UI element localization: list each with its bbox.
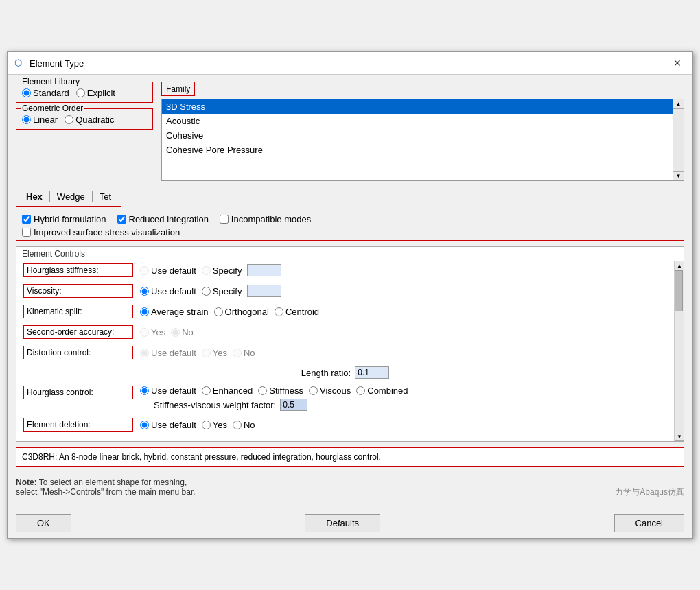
note-watermark-section: Note: To select an element shape for mes… — [16, 473, 684, 501]
note-line2: select "Mesh->Controls" from the main me… — [16, 487, 196, 497]
length-ratio-input[interactable] — [355, 366, 389, 379]
controls-scroll-up[interactable]: ▲ — [675, 261, 684, 270]
dc-yes[interactable]: Yes — [202, 348, 227, 358]
improved-surface-checkbox[interactable]: Improved surface stress visualization — [22, 227, 180, 237]
length-ratio-row: Length ratio: — [23, 366, 667, 379]
top-section: Element Library Standard Explicit — [16, 82, 684, 181]
hybrid-formulation-label: Hybrid formulation — [34, 214, 106, 224]
element-controls-title: Element Controls — [16, 247, 684, 261]
dialog-body: Element Library Standard Explicit — [8, 75, 692, 508]
length-ratio-label: Length ratio: — [301, 368, 351, 378]
stiffness-viscous-row: Stiffness-viscous weight factor: — [140, 399, 408, 411]
family-label: Family — [166, 84, 190, 94]
tab-wedge[interactable]: Wedge — [50, 189, 92, 204]
dc-use-default[interactable]: Use default — [140, 348, 196, 358]
quadratic-radio[interactable]: Quadratic — [65, 115, 114, 125]
ks-centroid[interactable]: Centroid — [275, 307, 319, 317]
title-bar-left: ⬡ Element Type — [14, 58, 84, 69]
explicit-radio[interactable]: Explicit — [76, 88, 115, 98]
defaults-button[interactable]: Defaults — [305, 514, 380, 532]
family-label-box: Family — [161, 82, 195, 96]
reduced-integration-label: Reduced integration — [129, 214, 209, 224]
incompatible-modes-checkbox[interactable]: Incompatible modes — [220, 214, 311, 224]
controls-scrollbar[interactable]: ▲ ▼ — [674, 261, 684, 441]
vis-specify[interactable]: Specify — [202, 286, 242, 296]
viscosity-options: Use default Specify — [140, 285, 281, 297]
hourglass-control-row: Hourglass control: Use default — [23, 386, 667, 411]
standard-radio[interactable]: Standard — [22, 88, 69, 98]
dialog-title: Element Type — [30, 58, 84, 69]
second-order-options: Yes No — [140, 327, 194, 338]
family-item-cohesive[interactable]: Cohesive — [162, 128, 684, 143]
hourglass-control-options-wrapper: Use default Enhanced Stiffness — [140, 386, 408, 411]
checkbox-row-1: Hybrid formulation Reduced integration I… — [22, 214, 678, 224]
watermark: 力学与Abaqus仿真 — [615, 486, 684, 498]
element-deletion-options: Use default Yes No — [140, 420, 255, 430]
hourglass-stiffness-row: Hourglass stiffness: Use default Specify — [23, 263, 667, 277]
dc-no[interactable]: No — [233, 348, 255, 358]
hs-use-default[interactable]: Use default — [140, 266, 196, 276]
so-yes[interactable]: Yes — [140, 327, 165, 338]
incompatible-modes-label: Incompatible modes — [231, 214, 311, 224]
left-panel: Element Library Standard Explicit — [16, 82, 153, 181]
tab-tet[interactable]: Tet — [93, 189, 118, 204]
tab-hex[interactable]: Hex — [19, 189, 49, 204]
element-library-group: Element Library Standard Explicit — [16, 82, 153, 103]
hybrid-formulation-checkbox[interactable]: Hybrid formulation — [22, 214, 106, 224]
hc-viscous[interactable]: Viscous — [309, 386, 351, 396]
linear-radio[interactable]: Linear — [22, 115, 58, 125]
title-bar: ⬡ Element Type ✕ — [8, 52, 692, 75]
family-item-acoustic[interactable]: Acoustic — [162, 114, 684, 128]
vis-value-input[interactable] — [247, 285, 281, 297]
cancel-button[interactable]: Cancel — [614, 514, 684, 532]
second-order-row: Second-order accuracy: Yes No — [23, 325, 667, 339]
tabs-box: Hex Wedge Tet — [16, 187, 121, 206]
viscosity-label: Viscosity: — [23, 284, 133, 298]
so-no[interactable]: No — [171, 327, 194, 338]
ed-no[interactable]: No — [233, 420, 255, 430]
note-line1: To select an element shape for meshing, — [39, 477, 187, 487]
geometric-order-group: Geometric Order Linear Quadratic — [16, 108, 153, 130]
scrollbar-up-arrow[interactable]: ▲ — [673, 99, 684, 109]
second-order-label: Second-order accuracy: — [23, 325, 133, 339]
hs-specify[interactable]: Specify — [202, 266, 242, 276]
stiffness-viscous-input[interactable] — [280, 399, 307, 411]
family-listbox[interactable]: 3D Stress Acoustic Cohesive Cohesive Por… — [161, 99, 684, 181]
ks-average[interactable]: Average strain — [140, 307, 209, 317]
hc-enhanced[interactable]: Enhanced — [202, 386, 253, 396]
ok-button[interactable]: OK — [16, 514, 71, 532]
element-type-dialog: ⬡ Element Type ✕ Element Library Standar… — [7, 51, 693, 539]
vis-use-default[interactable]: Use default — [140, 286, 196, 296]
family-listbox-container: 3D Stress Acoustic Cohesive Cohesive Por… — [161, 99, 684, 181]
viscosity-row: Viscosity: Use default Specify — [23, 284, 667, 298]
hs-value-input[interactable] — [247, 264, 281, 276]
element-library-options: Standard Explicit — [22, 85, 147, 98]
element-library-label: Element Library — [21, 77, 81, 86]
ks-orthogonal[interactable]: Orthogonal — [214, 307, 269, 317]
hourglass-stiffness-label: Hourglass stiffness: — [23, 263, 133, 277]
hc-stiffness[interactable]: Stiffness — [258, 386, 303, 396]
description-box: C3D8RH: An 8-node linear brick, hybrid, … — [16, 447, 684, 467]
family-scrollbar[interactable]: ▲ ▼ — [673, 99, 684, 180]
reduced-integration-checkbox[interactable]: Reduced integration — [117, 214, 209, 224]
hourglass-control-options: Use default Enhanced Stiffness — [140, 386, 408, 396]
ed-yes[interactable]: Yes — [202, 420, 227, 430]
description-text: C3D8RH: An 8-node linear brick, hybrid, … — [22, 452, 381, 462]
close-button[interactable]: ✕ — [669, 56, 686, 70]
improved-surface-label: Improved surface stress visualization — [34, 227, 180, 237]
distortion-control-label: Distortion control: — [23, 346, 133, 359]
controls-scroll-thumb[interactable] — [675, 270, 683, 311]
hc-combined[interactable]: Combined — [356, 386, 408, 396]
ed-use-default[interactable]: Use default — [140, 420, 196, 430]
hourglass-stiffness-options: Use default Specify — [140, 264, 281, 276]
element-deletion-row: Element deletion: Use default Yes — [23, 418, 667, 432]
family-item-3dstress[interactable]: 3D Stress — [162, 99, 684, 114]
geometric-order-options: Linear Quadratic — [22, 112, 147, 125]
controls-scroll-down[interactable]: ▼ — [675, 432, 684, 441]
family-item-cohesive-pore[interactable]: Cohesive Pore Pressure — [162, 143, 684, 157]
stiffness-viscous-label: Stiffness-viscous weight factor: — [154, 400, 276, 410]
scrollbar-down-arrow[interactable]: ▼ — [673, 171, 684, 180]
element-controls-section: Element Controls Hourglass stiffness: Us… — [16, 246, 684, 442]
hc-use-default[interactable]: Use default — [140, 386, 196, 396]
distortion-control-row: Distortion control: Use default Yes — [23, 346, 667, 359]
